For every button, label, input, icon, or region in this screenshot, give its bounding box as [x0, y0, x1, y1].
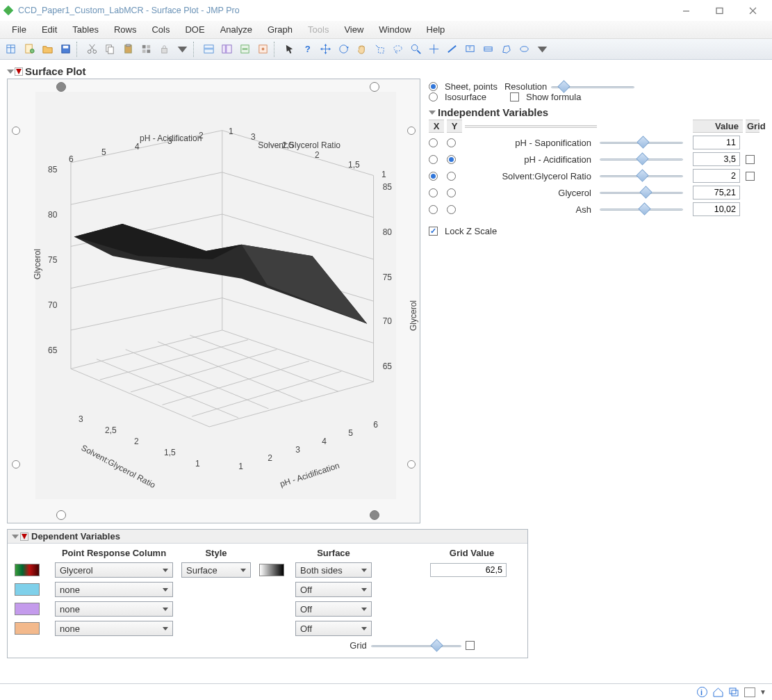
- rotate-handle[interactable]: [12, 127, 20, 135]
- iv-slider[interactable]: [600, 172, 683, 179]
- iv-grid-check[interactable]: [746, 155, 755, 164]
- mode-iso-radio[interactable]: [429, 92, 438, 101]
- color-swatch[interactable]: [15, 583, 40, 596]
- iv-slider[interactable]: [600, 156, 683, 163]
- surface-plot[interactable]: pH - Acidification Solvent:Glycerol Rati…: [35, 92, 396, 499]
- menu-edit[interactable]: Edit: [35, 22, 63, 37]
- maximize-button[interactable]: [704, 2, 734, 19]
- crosshair-tool-icon[interactable]: [425, 41, 442, 58]
- menu-analyze[interactable]: Analyze: [214, 22, 258, 37]
- menu-rows[interactable]: Rows: [108, 22, 143, 37]
- gradient-swatch[interactable]: [259, 564, 284, 576]
- lock-z-check[interactable]: [429, 227, 438, 236]
- menu-doe[interactable]: DOE: [179, 22, 211, 37]
- iv-x-radio[interactable]: [429, 138, 438, 147]
- exclude-icon[interactable]: [236, 41, 253, 58]
- iv-value[interactable]: [693, 186, 740, 200]
- paste-icon[interactable]: [120, 41, 136, 58]
- iv-x-radio[interactable]: [429, 205, 438, 214]
- dv-disclosure-icon[interactable]: [12, 535, 19, 539]
- status-dropdown-icon[interactable]: ▼: [759, 688, 766, 696]
- toolbar-overflow-icon[interactable]: [534, 41, 550, 58]
- lock-icon[interactable]: [156, 41, 172, 58]
- simple-shape-icon[interactable]: [479, 41, 496, 58]
- rotate-handle[interactable]: [407, 127, 416, 135]
- ellipse-tool-icon[interactable]: [516, 41, 532, 58]
- iv-x-radio[interactable]: [429, 172, 438, 181]
- dv-hotspot-icon[interactable]: [22, 534, 27, 539]
- color-swatch[interactable]: [15, 622, 40, 635]
- rotate-handle[interactable]: [370, 510, 379, 520]
- style-select[interactable]: Surface: [181, 562, 251, 578]
- rotate-handle[interactable]: [12, 460, 20, 469]
- hand-tool-icon[interactable]: [353, 41, 370, 58]
- copy-icon[interactable]: [101, 41, 118, 58]
- row-selection-icon[interactable]: [200, 41, 217, 58]
- arrow-tool-icon[interactable]: [281, 41, 297, 58]
- iv-x-radio[interactable]: [429, 188, 438, 197]
- home-icon[interactable]: [712, 686, 724, 698]
- minimize-button[interactable]: [671, 2, 701, 19]
- new-script-icon[interactable]: [21, 41, 38, 58]
- iv-slider[interactable]: [600, 139, 683, 146]
- close-button[interactable]: [737, 2, 768, 19]
- rotate-handle[interactable]: [370, 82, 379, 92]
- show-formula-check[interactable]: [510, 92, 519, 101]
- col-selection-icon[interactable]: [218, 41, 235, 58]
- iv-y-radio[interactable]: [447, 172, 456, 181]
- move-tool-icon[interactable]: [317, 41, 334, 58]
- rotate-tool-icon[interactable]: [335, 41, 352, 58]
- iv-value[interactable]: [693, 169, 740, 183]
- prc-select[interactable]: none: [55, 582, 173, 597]
- surface-select[interactable]: Both sides: [295, 562, 372, 578]
- dropdown-arrow-icon[interactable]: [174, 41, 190, 58]
- info-icon[interactable]: i: [696, 686, 708, 698]
- surface-plot-header[interactable]: Surface Plot: [7, 65, 765, 77]
- status-box[interactable]: [744, 687, 755, 697]
- windows-icon[interactable]: [728, 686, 740, 698]
- menu-tools[interactable]: Tools: [302, 22, 335, 37]
- open-icon[interactable]: [39, 41, 56, 58]
- resolution-slider[interactable]: [551, 83, 634, 90]
- menu-graph[interactable]: Graph: [261, 22, 299, 37]
- zoom-tool-icon[interactable]: [407, 41, 424, 58]
- iv-disclosure-icon[interactable]: [429, 111, 436, 115]
- help-tool-icon[interactable]: ?: [299, 41, 315, 58]
- surface-select[interactable]: Off: [295, 582, 372, 597]
- rotate-handle[interactable]: [407, 460, 416, 469]
- iv-y-radio[interactable]: [447, 205, 456, 214]
- menu-window[interactable]: Window: [372, 22, 417, 37]
- iv-y-radio[interactable]: [447, 155, 456, 164]
- polygon-tool-icon[interactable]: [498, 41, 514, 58]
- grid-slider[interactable]: [371, 642, 461, 649]
- prc-select[interactable]: none: [55, 601, 173, 617]
- mode-sheet-radio[interactable]: [429, 82, 438, 91]
- menu-view[interactable]: View: [338, 22, 370, 37]
- iv-slider[interactable]: [600, 189, 683, 196]
- brush-tool-icon[interactable]: [371, 41, 388, 58]
- new-table-icon[interactable]: [3, 41, 19, 58]
- recode-icon[interactable]: [138, 41, 154, 58]
- iv-y-radio[interactable]: [447, 138, 456, 147]
- menu-cols[interactable]: Cols: [145, 22, 176, 37]
- iv-value[interactable]: [693, 152, 740, 166]
- disclosure-icon[interactable]: [7, 70, 14, 74]
- iv-y-radio[interactable]: [447, 188, 456, 197]
- label-icon[interactable]: [254, 41, 271, 58]
- grid-value-input[interactable]: [430, 563, 507, 577]
- plot-frame[interactable]: pH - Acidification Solvent:Glycerol Rati…: [7, 79, 420, 523]
- iv-value[interactable]: [693, 202, 740, 216]
- prc-select[interactable]: Glycerol: [55, 562, 173, 578]
- menu-file[interactable]: File: [6, 22, 33, 37]
- text-annotate-icon[interactable]: T: [461, 41, 478, 58]
- surface-select[interactable]: Off: [295, 601, 372, 617]
- lasso-tool-icon[interactable]: [389, 41, 406, 58]
- iv-slider[interactable]: [600, 206, 683, 213]
- cut-icon[interactable]: [83, 41, 100, 58]
- hotspot-icon[interactable]: [16, 69, 22, 74]
- iv-value[interactable]: [693, 136, 740, 149]
- menu-help[interactable]: Help: [420, 22, 452, 37]
- iv-grid-check[interactable]: [746, 172, 755, 181]
- rotate-handle[interactable]: [56, 510, 66, 520]
- grid-check[interactable]: [466, 641, 475, 650]
